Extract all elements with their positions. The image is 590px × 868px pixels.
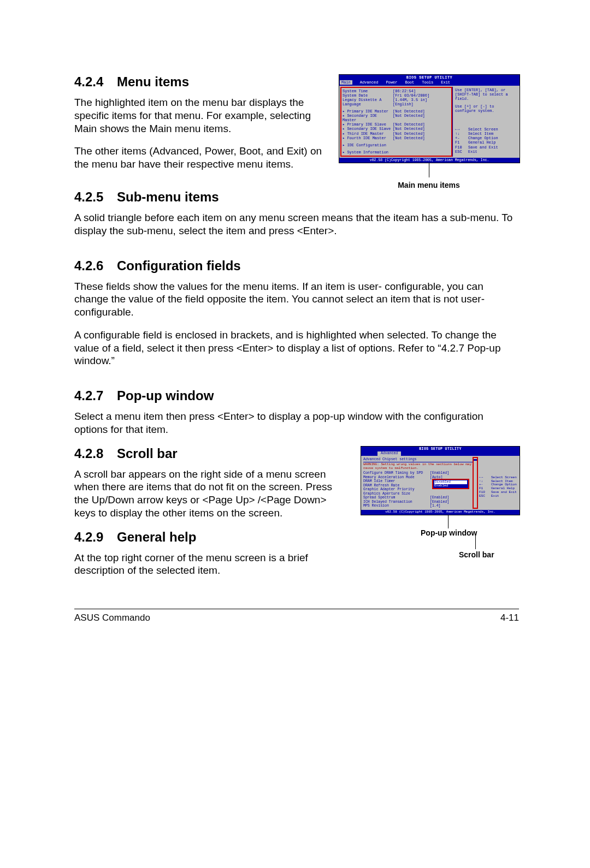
para-424-1: The highlighted item on the menu bar dis… <box>74 96 330 135</box>
footer-right: 4-11 <box>500 613 519 623</box>
heading-424: 4.2.4 Menu items <box>74 74 330 90</box>
para-426-1: These fields show the values for the men… <box>74 280 519 319</box>
bios1-main-column: System Time[06:22:54] System Date[Fri 03… <box>340 87 452 157</box>
heading-428: 4.2.8 Scroll bar <box>74 446 347 461</box>
page-footer: ASUS Commando 4-11 <box>74 613 519 623</box>
bios1-menubar: Main Advanced Power Boot Tools Exit <box>339 80 520 86</box>
heading-427: 4.2.7 Pop-up window <box>74 388 519 403</box>
heading-426: 4.2.6 Configuration fields <box>74 258 519 274</box>
caption-popup: Pop-up window <box>421 528 519 537</box>
bios-screenshot-popup: BIOS SETUP UTILITY Advanced Advanced Chi… <box>361 446 519 560</box>
bios1-help-column: Use [ENTER], [TAB], or [SHIFT-TAB] to se… <box>452 87 518 157</box>
bios2-popup: Disabled Enabled <box>432 479 469 490</box>
para-424-2: The other items (Advanced, Power, Boot, … <box>74 145 330 171</box>
para-428-1: A scroll bar appears on the right side o… <box>74 468 347 520</box>
para-427-1: Select a menu item then press <Enter> to… <box>74 410 519 436</box>
para-425-1: A solid triangle before each item on any… <box>74 211 519 237</box>
heading-429: 4.2.9 General help <box>74 530 347 545</box>
para-426-2: A configurable field is enclosed in brac… <box>74 329 519 367</box>
bios2-scrollbar <box>473 457 478 509</box>
footer-left: ASUS Commando <box>74 613 150 623</box>
caption-scroll: Scroll bar <box>459 550 519 559</box>
para-429-1: At the top right corner of the menu scre… <box>74 551 347 578</box>
caption-main-items: Main menu items <box>339 181 519 189</box>
bios-screenshot-main: BIOS SETUP UTILITY Main Advanced Power B… <box>339 74 519 189</box>
footer-rule <box>74 609 519 609</box>
heading-425: 4.2.5 Sub-menu items <box>74 189 519 205</box>
